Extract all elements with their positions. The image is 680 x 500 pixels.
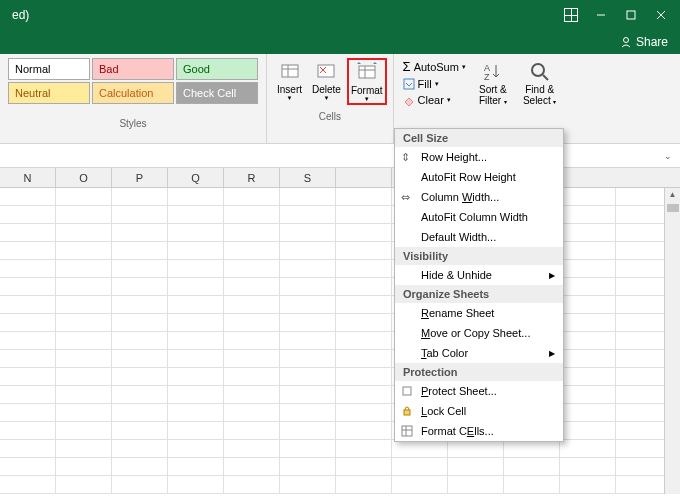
find-select-button[interactable]: Find & Select ▾ — [519, 58, 561, 139]
cell[interactable] — [168, 296, 224, 313]
cell[interactable] — [168, 422, 224, 439]
expand-formula-bar[interactable]: ⌄ — [664, 151, 672, 161]
cell[interactable] — [224, 440, 280, 457]
cell[interactable] — [112, 440, 168, 457]
table-row[interactable] — [0, 440, 680, 458]
cell[interactable] — [280, 440, 336, 457]
cell[interactable] — [560, 188, 616, 205]
cell[interactable] — [280, 242, 336, 259]
cell[interactable] — [56, 278, 112, 295]
cell[interactable] — [168, 278, 224, 295]
cell[interactable] — [0, 440, 56, 457]
cell[interactable] — [56, 422, 112, 439]
cell[interactable] — [560, 278, 616, 295]
cell[interactable] — [0, 368, 56, 385]
cell[interactable] — [280, 260, 336, 277]
cell[interactable] — [280, 188, 336, 205]
cell[interactable] — [112, 296, 168, 313]
cell[interactable] — [168, 188, 224, 205]
cell[interactable] — [56, 458, 112, 475]
cell[interactable] — [112, 350, 168, 367]
insert-button[interactable]: Insert ▼ — [273, 58, 306, 105]
cell[interactable] — [0, 458, 56, 475]
cell[interactable] — [392, 458, 448, 475]
cell[interactable] — [112, 422, 168, 439]
cell[interactable] — [56, 368, 112, 385]
menu-tab-color[interactable]: Tab Color▶ — [395, 343, 563, 363]
cell[interactable] — [504, 440, 560, 457]
cell[interactable] — [0, 386, 56, 403]
menu-autofit-col[interactable]: AutoFit Column Width — [395, 207, 563, 227]
cell[interactable] — [168, 404, 224, 421]
maximize-button[interactable] — [616, 3, 646, 27]
scroll-up-icon[interactable]: ▲ — [665, 188, 680, 202]
cell[interactable] — [56, 440, 112, 457]
cell[interactable] — [224, 476, 280, 493]
cell[interactable] — [280, 278, 336, 295]
menu-protect-sheet[interactable]: Protect Sheet... — [395, 381, 563, 401]
cell[interactable] — [560, 404, 616, 421]
cell[interactable] — [336, 458, 392, 475]
table-row[interactable] — [0, 386, 680, 404]
table-row[interactable] — [0, 332, 680, 350]
cell[interactable] — [224, 458, 280, 475]
cell[interactable] — [224, 368, 280, 385]
ribbon-display-options[interactable] — [556, 3, 586, 27]
cell[interactable] — [56, 314, 112, 331]
table-row[interactable] — [0, 476, 680, 494]
col-header[interactable]: P — [112, 168, 168, 187]
cell[interactable] — [112, 260, 168, 277]
table-row[interactable] — [0, 188, 680, 206]
cell[interactable] — [56, 260, 112, 277]
cell[interactable] — [336, 206, 392, 223]
cell[interactable] — [224, 224, 280, 241]
cell[interactable] — [112, 332, 168, 349]
cell[interactable] — [336, 422, 392, 439]
cell[interactable] — [224, 314, 280, 331]
cell[interactable] — [168, 206, 224, 223]
cell[interactable] — [560, 260, 616, 277]
cell[interactable] — [168, 440, 224, 457]
cell[interactable] — [112, 404, 168, 421]
cell[interactable] — [560, 242, 616, 259]
cell[interactable] — [56, 476, 112, 493]
cell[interactable] — [392, 476, 448, 493]
cell[interactable] — [168, 350, 224, 367]
cell[interactable] — [224, 260, 280, 277]
style-check-cell[interactable]: Check Cell — [176, 82, 258, 104]
cell[interactable] — [560, 368, 616, 385]
cell[interactable] — [56, 332, 112, 349]
cell[interactable] — [0, 476, 56, 493]
cell[interactable] — [560, 332, 616, 349]
minimize-button[interactable] — [586, 3, 616, 27]
cell[interactable] — [168, 314, 224, 331]
cell[interactable] — [280, 458, 336, 475]
col-header[interactable]: Q — [168, 168, 224, 187]
cell[interactable] — [0, 278, 56, 295]
col-header[interactable]: S — [280, 168, 336, 187]
cell[interactable] — [0, 296, 56, 313]
table-row[interactable] — [0, 278, 680, 296]
cell[interactable] — [168, 242, 224, 259]
cell[interactable] — [336, 278, 392, 295]
cell[interactable] — [280, 332, 336, 349]
fill-button[interactable]: Fill ▾ — [402, 77, 467, 91]
cell[interactable] — [168, 458, 224, 475]
cell[interactable] — [224, 206, 280, 223]
cell[interactable] — [336, 332, 392, 349]
table-row[interactable] — [0, 224, 680, 242]
cell[interactable] — [280, 206, 336, 223]
cell[interactable] — [224, 188, 280, 205]
cell[interactable] — [280, 368, 336, 385]
cell[interactable] — [280, 476, 336, 493]
cell[interactable] — [112, 386, 168, 403]
cell[interactable] — [112, 314, 168, 331]
cell[interactable] — [336, 404, 392, 421]
col-header[interactable] — [336, 168, 392, 187]
cell[interactable] — [168, 368, 224, 385]
cell[interactable] — [224, 278, 280, 295]
cell[interactable] — [0, 332, 56, 349]
table-row[interactable] — [0, 350, 680, 368]
cell[interactable] — [0, 422, 56, 439]
style-normal[interactable]: Normal — [8, 58, 90, 80]
